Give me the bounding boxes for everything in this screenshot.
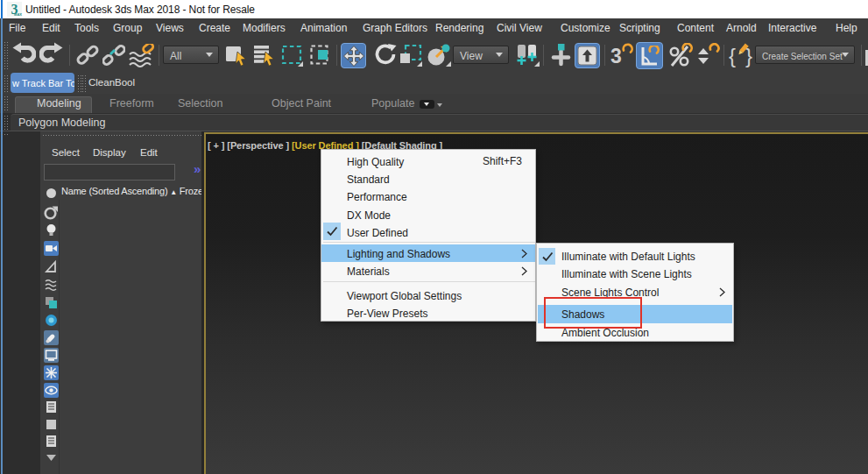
svg-text:{: { [729, 44, 736, 67]
svg-text:3: 3 [610, 45, 622, 67]
